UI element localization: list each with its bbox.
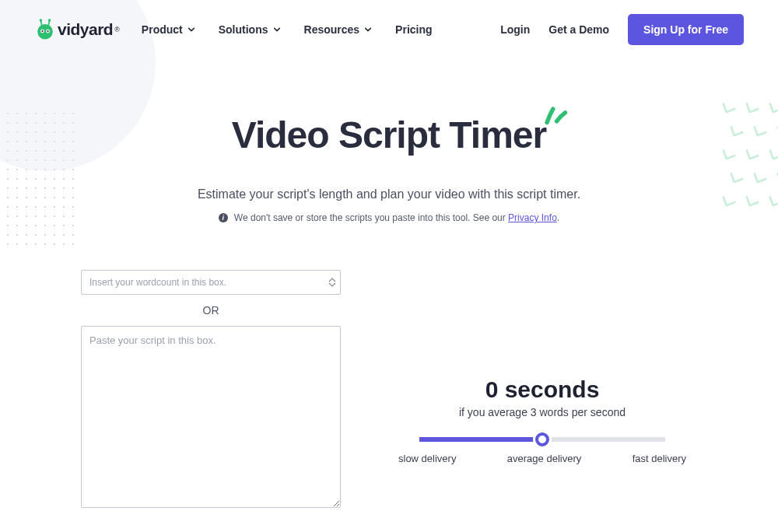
main-content: OR 0 seconds if you average 3 words per … [0, 223, 778, 508]
logo-text: vidyard [58, 20, 113, 39]
accent-icon [543, 104, 568, 126]
script-textarea[interactable] [81, 326, 341, 508]
slider-labels: slow delivery average delivery fast deli… [398, 453, 686, 464]
signup-button[interactable]: Sign Up for Free [628, 14, 744, 45]
logo[interactable]: vidyard® [34, 19, 120, 40]
nav-links: Product Solutions Resources Pricing [142, 23, 433, 36]
svg-point-4 [37, 24, 53, 40]
input-column: OR [81, 270, 341, 508]
privacy-link[interactable]: Privacy Info [508, 212, 557, 223]
slider-label-average: average delivery [507, 453, 581, 464]
nav-solutions[interactable]: Solutions [219, 23, 281, 36]
privacy-suffix: . [557, 212, 559, 223]
nav-right: Login Get a Demo Sign Up for Free [500, 14, 744, 45]
hero: Video Script Timer Estimate your script'… [0, 114, 778, 223]
info-icon: i [219, 213, 228, 222]
result-value: 0 seconds [485, 376, 600, 403]
svg-point-3 [48, 19, 51, 22]
nav-resources-label: Resources [304, 23, 360, 36]
nav-product[interactable]: Product [142, 23, 195, 36]
privacy-notice: i We don't save or store the scripts you… [0, 212, 778, 223]
svg-point-2 [40, 19, 43, 22]
or-divider: OR [203, 304, 219, 317]
logo-registered: ® [114, 26, 120, 33]
nav-pricing[interactable]: Pricing [395, 23, 432, 36]
demo-link[interactable]: Get a Demo [548, 23, 609, 36]
wordcount-wrapper [81, 270, 341, 295]
chevron-down-icon [273, 26, 281, 33]
slider-thumb[interactable] [535, 432, 549, 446]
nav-pricing-label: Pricing [395, 23, 432, 36]
slider-track [419, 437, 665, 442]
page-title: Video Script Timer [232, 114, 546, 156]
logo-icon [34, 19, 56, 40]
hero-subtitle: Estimate your script's length and plan y… [0, 187, 778, 201]
chevron-down-icon [364, 26, 372, 33]
speed-slider[interactable] [419, 437, 665, 442]
slider-label-slow: slow delivery [398, 453, 456, 464]
nav-solutions-label: Solutions [219, 23, 268, 36]
login-link[interactable]: Login [500, 23, 530, 36]
svg-point-7 [41, 30, 43, 32]
result-column: 0 seconds if you average 3 words per sec… [387, 270, 697, 508]
chevron-down-icon [187, 26, 195, 33]
result-subtext: if you average 3 words per second [459, 406, 626, 418]
privacy-text: We don't save or store the scripts you p… [234, 212, 508, 223]
main-nav: vidyard® Product Solutions Resources Pri… [0, 0, 778, 45]
slider-fill [419, 437, 542, 442]
hero-title-wrap: Video Script Timer [232, 114, 546, 156]
wordcount-input[interactable] [81, 270, 341, 295]
nav-resources[interactable]: Resources [304, 23, 373, 36]
svg-point-8 [47, 30, 48, 32]
slider-label-fast: fast delivery [633, 453, 686, 464]
nav-product-label: Product [142, 23, 183, 36]
